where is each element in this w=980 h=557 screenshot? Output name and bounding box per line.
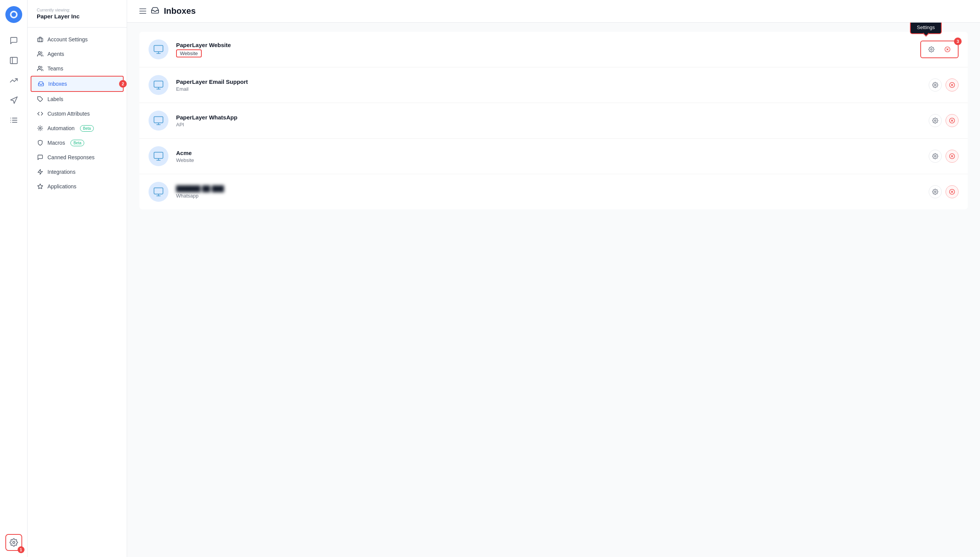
inbox-name-whatsapp: ██████ ██ ███: [176, 185, 921, 192]
agents-icon: [37, 51, 44, 57]
sidebar-item-custom-attributes[interactable]: Custom Attributes: [28, 106, 127, 121]
currently-viewing-label: Currently viewing:: [37, 8, 118, 12]
custom-attributes-label: Custom Attributes: [47, 111, 90, 117]
delete-button-paperLayer-email[interactable]: [946, 78, 959, 91]
sidebar-item-labels[interactable]: Labels: [28, 92, 127, 106]
menu-toggle-icon[interactable]: [139, 8, 146, 14]
inboxes-label: Inboxes: [48, 81, 67, 87]
inbox-actions-acme: [929, 150, 959, 163]
main-header: Inboxes: [127, 0, 980, 23]
inbox-icon-whatsapp: [149, 182, 168, 202]
svg-point-30: [931, 49, 932, 50]
settings-button-acme[interactable]: [929, 150, 942, 163]
settings-button-paperLayer-website[interactable]: [925, 43, 938, 56]
agents-label: Agents: [47, 51, 64, 57]
sidebar-item-automation[interactable]: Automation Beta: [28, 121, 127, 136]
sidebar-item-integrations[interactable]: Integrations: [28, 165, 127, 179]
inbox-actions-paperLayer-website: Settings: [920, 41, 959, 58]
inbox-actions-whatsapp: [929, 185, 959, 198]
app-logo: [5, 6, 22, 23]
svg-point-1: [11, 12, 16, 17]
inbox-name-paperLayer-email: PaperLayer Email Support: [176, 78, 921, 85]
automation-beta-badge: Beta: [80, 125, 94, 132]
nav-items: Account Settings Agents: [28, 28, 127, 557]
inbox-type-whatsapp: Whatsapp: [176, 193, 921, 199]
svg-point-37: [934, 84, 936, 86]
page-title: Inboxes: [164, 6, 196, 16]
svg-point-58: [934, 191, 936, 193]
integrations-icon: [37, 168, 44, 175]
svg-point-14: [38, 66, 40, 68]
delete-button-paperLayer-website[interactable]: [941, 43, 954, 56]
campaigns-nav-icon[interactable]: [5, 92, 22, 109]
delete-button-paperLayer-whatsapp[interactable]: [946, 114, 959, 127]
sidebar-item-account-settings[interactable]: Account Settings: [28, 32, 127, 47]
svg-point-44: [934, 120, 936, 121]
inbox-name-paperLayer-website: PaperLayer Website: [176, 42, 913, 48]
reports-nav-icon[interactable]: [5, 72, 22, 89]
inbox-icon-acme: [149, 146, 168, 166]
inbox-info-whatsapp: ██████ ██ ███ Whatsapp: [176, 185, 921, 199]
sidebar-item-applications[interactable]: Applications: [28, 179, 127, 194]
nav-header: Currently viewing: Paper Layer Inc: [28, 0, 127, 28]
inbox-item-whatsapp: ██████ ██ ███ Whatsapp: [139, 174, 968, 209]
svg-point-51: [934, 155, 936, 157]
inbox-item-paperLayer-website: PaperLayer Website Website Settings: [139, 32, 968, 67]
inbox-list: PaperLayer Website Website Settings: [139, 32, 968, 209]
macros-beta-badge: Beta: [70, 140, 85, 146]
canned-icon: [37, 154, 44, 161]
contacts-nav-icon[interactable]: [5, 52, 22, 69]
inbox-item-paperLayer-email: PaperLayer Email Support Email: [139, 67, 968, 103]
nav-sidebar: Currently viewing: Paper Layer Inc Accou…: [28, 0, 127, 557]
inbox-name-paperLayer-whatsapp: PaperLayer WhatsApp: [176, 114, 921, 121]
automation-label: Automation: [47, 125, 75, 131]
code-icon: [37, 110, 44, 117]
inbox-info-paperLayer-email: PaperLayer Email Support Email: [176, 78, 921, 92]
sidebar-item-teams[interactable]: Teams: [28, 61, 127, 76]
conversations-nav-icon[interactable]: [5, 32, 22, 49]
step-3-badge: 3: [954, 38, 962, 45]
inbox-info-paperLayer-whatsapp: PaperLayer WhatsApp API: [176, 114, 921, 127]
svg-rect-41: [154, 117, 163, 123]
teams-icon: [37, 65, 44, 72]
step-1-badge: 1: [18, 546, 24, 553]
labels-label: Labels: [47, 96, 63, 102]
inbox-actions-paperLayer-email: [929, 78, 959, 91]
svg-line-20: [41, 129, 42, 130]
svg-rect-27: [154, 46, 163, 52]
automation-icon: [37, 125, 44, 132]
step-2-badge: 2: [119, 80, 127, 88]
inbox-item-paperLayer-whatsapp: PaperLayer WhatsApp API: [139, 103, 968, 139]
svg-rect-2: [10, 57, 17, 64]
svg-line-23: [38, 129, 39, 130]
library-nav-icon[interactable]: [5, 112, 22, 129]
settings-button-paperLayer-email[interactable]: [929, 78, 942, 91]
settings-button-paperLayer-whatsapp[interactable]: [929, 114, 942, 127]
macros-label: Macros: [47, 140, 65, 146]
sidebar-item-canned-responses[interactable]: Canned Responses: [28, 150, 127, 165]
inbox-type-acme: Website: [176, 157, 921, 163]
inbox-info-paperLayer-website: PaperLayer Website Website: [176, 42, 913, 57]
main-content: Inboxes PaperLayer Website Website: [127, 0, 980, 557]
inbox-icon-paperLayer-website: [149, 39, 168, 59]
settings-button-whatsapp[interactable]: [929, 185, 942, 198]
settings-nav-icon[interactable]: 1: [5, 534, 22, 551]
svg-marker-4: [10, 97, 17, 103]
sidebar-item-macros[interactable]: Macros Beta: [28, 136, 127, 150]
delete-button-acme[interactable]: [946, 150, 959, 163]
svg-point-11: [13, 541, 15, 544]
svg-rect-12: [38, 38, 42, 42]
delete-button-whatsapp[interactable]: [946, 185, 959, 198]
svg-rect-48: [154, 152, 163, 158]
first-item-box: 3: [920, 41, 959, 58]
sidebar-item-agents[interactable]: Agents: [28, 47, 127, 61]
applications-label: Applications: [47, 183, 77, 189]
sidebar-item-inboxes[interactable]: Inboxes 2: [31, 76, 124, 92]
inbox-type-paperLayer-whatsapp: API: [176, 122, 921, 127]
svg-line-19: [38, 126, 39, 127]
briefcase-icon: [37, 36, 44, 43]
inbox-icon-paperLayer-email: [149, 75, 168, 95]
account-settings-label: Account Settings: [47, 36, 88, 42]
inbox-info-acme: Acme Website: [176, 150, 921, 163]
inbox-type-paperLayer-website: Website: [176, 49, 202, 57]
